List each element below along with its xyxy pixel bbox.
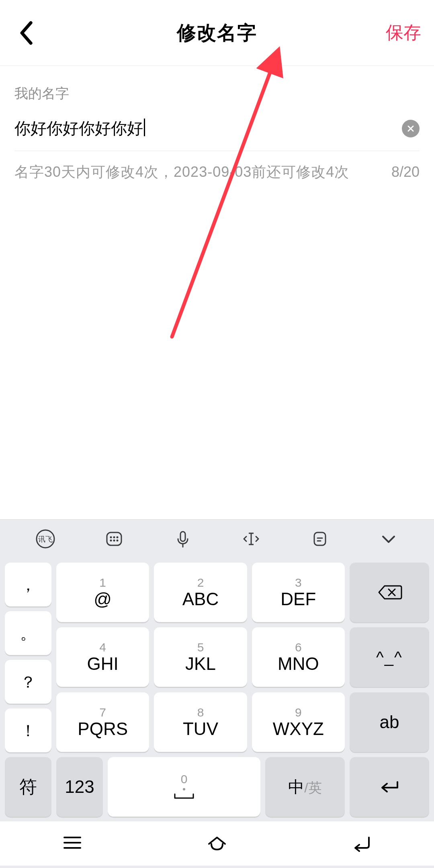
keyboard-toolbar: 讯飞 <box>0 519 434 558</box>
svg-rect-5 <box>107 532 121 545</box>
punct-column: ， 。 ？ ！ <box>5 563 51 752</box>
key-emoji[interactable]: ^_^ <box>350 627 429 687</box>
menu-icon <box>60 833 84 852</box>
svg-point-10 <box>113 539 115 541</box>
nav-home[interactable] <box>205 833 229 854</box>
svg-rect-17 <box>314 532 326 545</box>
svg-point-6 <box>110 536 112 538</box>
key-4[interactable]: 4GHI <box>56 627 149 687</box>
key-5[interactable]: 5JKL <box>154 627 247 687</box>
key-2[interactable]: 2ABC <box>154 563 247 622</box>
keypad-icon[interactable] <box>103 528 125 550</box>
text-cursor <box>144 119 145 136</box>
key-6[interactable]: 6MNO <box>252 627 345 687</box>
key-8[interactable]: 8TUV <box>154 692 247 752</box>
key-symbol[interactable]: 符 <box>5 757 51 817</box>
key-language[interactable]: 中/英 <box>265 757 345 817</box>
nav-back[interactable] <box>350 833 374 854</box>
space-icon <box>170 787 198 800</box>
key-question[interactable]: ？ <box>5 660 51 704</box>
key-3[interactable]: 3DEF <box>252 563 345 622</box>
clear-button[interactable] <box>402 120 420 137</box>
clipboard-icon[interactable] <box>309 528 331 550</box>
keyboard-grid: ， 。 ？ ！ 1@ 2ABC 3DEF 4GHI 5JKL 6MNO ^_^ … <box>0 558 434 757</box>
svg-point-8 <box>116 536 118 538</box>
key-comma[interactable]: ， <box>5 563 51 606</box>
system-navbar <box>0 821 434 866</box>
svg-point-22 <box>183 788 185 790</box>
save-button[interactable]: 保存 <box>386 0 421 66</box>
cursor-move-icon[interactable] <box>240 528 262 550</box>
key-numeric[interactable]: 123 <box>56 757 103 817</box>
key-1[interactable]: 1@ <box>56 563 149 622</box>
name-input-value: 你好你好你好你好 <box>14 119 143 137</box>
svg-point-7 <box>113 536 115 538</box>
ime-logo-icon[interactable]: 讯飞 <box>34 528 57 550</box>
key-7[interactable]: 7PQRS <box>56 692 149 752</box>
close-icon <box>407 125 415 133</box>
name-input[interactable]: 你好你好你好你好 <box>14 117 402 139</box>
char-counter: 8/20 <box>391 164 420 180</box>
svg-point-11 <box>116 539 118 541</box>
back-icon <box>350 833 374 852</box>
page-title: 修改名字 <box>177 20 257 46</box>
field-label: 我的名字 <box>14 84 420 103</box>
key-enter[interactable] <box>350 757 429 817</box>
hint-text: 名字30天内可修改4次，2023-09-03前还可修改4次 <box>14 162 349 182</box>
svg-point-9 <box>110 539 112 541</box>
header-bar: 修改名字 保存 <box>0 0 434 66</box>
key-ab[interactable]: ab <box>350 692 429 752</box>
keyboard-row4: 符 123 0 中/英 <box>0 757 434 821</box>
key-period[interactable]: 。 <box>5 611 51 655</box>
hint-row: 名字30天内可修改4次，2023-09-03前还可修改4次 8/20 <box>14 162 420 182</box>
enter-icon <box>377 779 401 795</box>
name-input-row: 你好你好你好你好 <box>14 117 420 151</box>
key-space[interactable]: 0 <box>108 757 260 817</box>
name-form: 我的名字 你好你好你好你好 名字30天内可修改4次，2023-09-03前还可修… <box>0 66 434 182</box>
key-backspace[interactable] <box>350 563 429 622</box>
collapse-icon[interactable] <box>377 528 400 550</box>
home-icon <box>205 833 229 852</box>
nav-recents[interactable] <box>60 833 84 854</box>
svg-text:讯飞: 讯飞 <box>38 535 53 543</box>
ime-keyboard: 讯飞 ， 。 ？ ！ 1@ 2ABC 3DEF <box>0 519 434 868</box>
key-exclaim[interactable]: ！ <box>5 708 51 752</box>
svg-rect-12 <box>180 532 185 541</box>
chevron-left-icon <box>18 20 33 46</box>
mic-icon[interactable] <box>172 528 194 550</box>
back-button[interactable] <box>10 0 42 66</box>
key-9[interactable]: 9WXYZ <box>252 692 345 752</box>
backspace-icon <box>377 583 402 601</box>
